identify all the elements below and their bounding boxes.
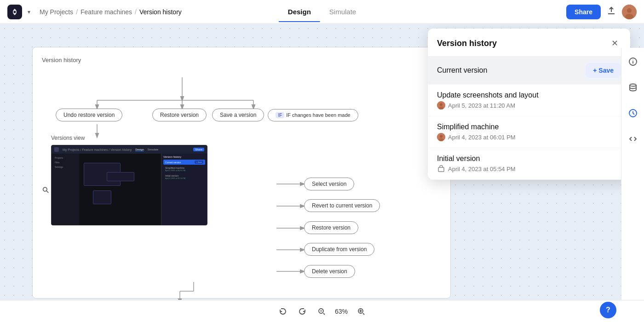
revert-current-node: Revert to current version xyxy=(304,199,380,212)
undo-restore-node: Undo restore version xyxy=(56,109,122,121)
bottom-toolbar: 63% ? xyxy=(0,300,644,322)
share-button[interactable]: Share xyxy=(566,5,601,19)
version-date-1: April 4, 2023 at 06:01 PM xyxy=(448,134,516,141)
svg-point-20 xyxy=(440,104,443,106)
zoom-level: 63% xyxy=(333,308,350,315)
redo-button[interactable] xyxy=(294,305,310,318)
svg-line-37 xyxy=(363,313,364,315)
logo-area: ▾ xyxy=(7,5,32,19)
versions-view-section: Versions view My Projects / Feature mach… xyxy=(51,135,207,225)
version-meta-1: April 4, 2023 at 06:01 PM xyxy=(437,133,621,141)
help-button[interactable]: ? xyxy=(600,302,616,318)
version-name-1: Simplified machine xyxy=(437,123,621,131)
breadcrumb-current: Version history xyxy=(139,8,182,16)
upload-button[interactable] xyxy=(606,6,616,18)
code-icon[interactable] xyxy=(625,131,641,147)
version-panel-header: Version history ✕ xyxy=(428,29,630,57)
current-version-item[interactable]: Current version + Save xyxy=(428,57,630,85)
version-system-icon-2 xyxy=(437,165,445,173)
restore-version-node: Restore version xyxy=(304,221,358,234)
svg-point-29 xyxy=(630,84,636,86)
version-date-0: April 5, 2023 at 11:20 AM xyxy=(448,102,515,109)
version-item-0[interactable]: Update screenshots and layout April 5, 2… xyxy=(428,85,630,116)
svg-point-3 xyxy=(625,14,633,19)
delete-version-node: Delete version xyxy=(304,265,355,278)
versions-view-label: Versions view xyxy=(51,135,207,141)
close-panel-button[interactable]: ✕ xyxy=(608,37,621,50)
select-version-node: Select version xyxy=(304,178,354,190)
version-date-2: April 4, 2023 at 05:54 PM xyxy=(448,166,516,172)
right-sidebar xyxy=(621,48,644,322)
version-avatar-1 xyxy=(437,133,445,141)
version-avatar-0 xyxy=(437,101,445,109)
version-name-2: Initial version xyxy=(437,155,621,163)
version-item-2[interactable]: Initial version April 4, 2023 at 05:54 P… xyxy=(428,148,630,180)
version-meta-2: April 4, 2023 at 05:54 PM xyxy=(437,165,621,173)
info-icon[interactable] xyxy=(625,53,641,70)
breadcrumb-sep1: / xyxy=(76,8,78,16)
avatar[interactable] xyxy=(622,5,637,19)
breadcrumb-file[interactable]: Feature machines xyxy=(80,8,132,16)
flow-card: Version history xyxy=(32,47,451,299)
undo-button[interactable] xyxy=(275,305,291,318)
breadcrumb-project[interactable]: My Projects xyxy=(40,8,73,16)
version-panel: Version history ✕ Current version + Save… xyxy=(428,29,630,180)
canvas-area: Version history xyxy=(0,24,644,322)
save-version-button[interactable]: + Save xyxy=(586,63,621,78)
version-meta-0: April 5, 2023 at 11:20 AM xyxy=(437,101,621,109)
svg-point-23 xyxy=(440,135,443,138)
svg-point-28 xyxy=(632,60,633,61)
history-icon[interactable] xyxy=(625,105,641,121)
versions-view-screenshot: My Projects / Feature machines / Version… xyxy=(51,145,207,225)
zoom-in-button[interactable] xyxy=(353,305,369,318)
flow-card-title: Version history xyxy=(42,57,441,63)
database-icon[interactable] xyxy=(625,79,641,96)
tab-design[interactable]: Design xyxy=(279,1,320,22)
version-panel-title: Version history xyxy=(437,39,497,48)
svg-rect-25 xyxy=(438,167,444,172)
nav-tabs: Design Simulate xyxy=(279,1,365,22)
svg-point-2 xyxy=(627,8,632,13)
breadcrumb-sep2: / xyxy=(135,8,137,16)
current-version-label: Current version xyxy=(437,66,487,75)
logo-icon[interactable] xyxy=(7,5,22,19)
save-version-node: Save a version IF IF changes have been m… xyxy=(212,109,358,121)
drag-icon: ⚲ xyxy=(40,184,52,196)
version-item-1[interactable]: Simplified machine April 4, 2023 at 06:0… xyxy=(428,116,630,148)
header: ▾ My Projects / Feature machines / Versi… xyxy=(0,0,644,24)
version-name-0: Update screenshots and layout xyxy=(437,91,621,99)
logo-chevron-button[interactable]: ▾ xyxy=(26,8,32,16)
tab-simulate[interactable]: Simulate xyxy=(320,1,365,22)
zoom-out-button[interactable] xyxy=(314,305,329,318)
current-version-header: Current version + Save xyxy=(437,63,621,78)
svg-line-33 xyxy=(323,313,325,315)
restore-node: Restore version xyxy=(152,109,207,121)
duplicate-from-node: Duplicate from version xyxy=(304,243,374,256)
svg-point-0 xyxy=(14,11,16,13)
header-actions: Share xyxy=(566,5,637,19)
